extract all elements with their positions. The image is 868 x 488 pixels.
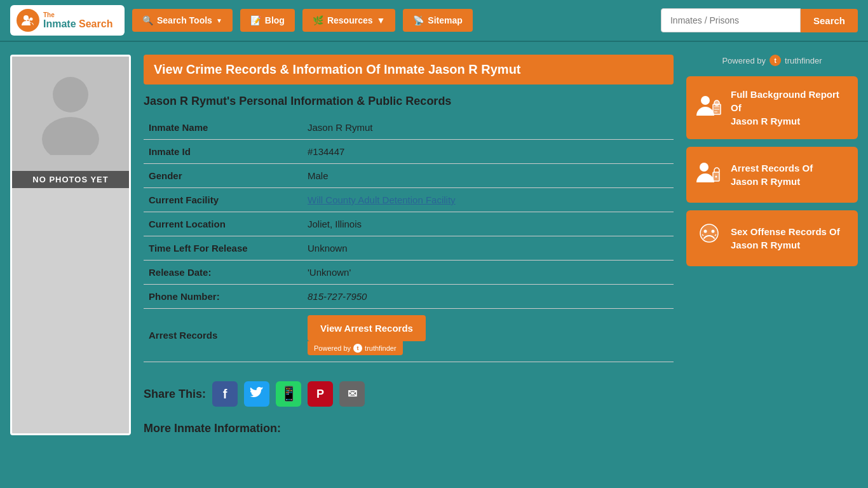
table-row: Current Location Joliet, Illinois [144, 212, 674, 236]
search-bar: Search [661, 8, 858, 32]
search-input[interactable] [661, 8, 801, 32]
tf-name-sidebar: truthfinder [785, 56, 822, 65]
more-info-title: More Inmate Information: [144, 422, 674, 435]
arrest-records-card[interactable]: Arrest Records Of Jason R Rymut [686, 147, 858, 203]
svg-point-8 [714, 100, 719, 105]
svg-point-5 [42, 117, 99, 155]
inmate-photo-box: NO PHOTOS YET [10, 55, 131, 435]
arrest-records-icon [695, 158, 723, 191]
sidebar: Powered by t truthfinder Full Background… [686, 55, 858, 435]
location-value: Joliet, Illinois [302, 212, 674, 236]
facebook-share-button[interactable]: f [212, 381, 238, 407]
id-label: Inmate Id [144, 140, 302, 164]
facility-link[interactable]: Will County Adult Detention Facility [308, 194, 456, 205]
share-section: Share This: f 📱 P ✉ [144, 381, 674, 407]
table-row: Arrest Records View Arrest Records Power… [144, 309, 674, 362]
arrest-cell: View Arrest Records Powered by t truthfi… [302, 309, 674, 362]
full-background-report-card[interactable]: Full Background Report Of Jason R Rymut [686, 76, 858, 139]
logo-inmate-search: Inmate Search [43, 18, 112, 30]
powered-by-tf: Powered by t truthfinder [308, 341, 403, 355]
powered-by-text: Powered by [722, 56, 766, 65]
phone-value: 815-727-7950 [302, 285, 674, 309]
email-share-button[interactable]: ✉ [339, 381, 365, 407]
logo-icon [17, 9, 39, 32]
pinterest-share-button[interactable]: P [308, 381, 333, 407]
table-row: Inmate Name Jason R Rymut [144, 116, 674, 140]
share-label: Share This: [144, 388, 206, 401]
arrest-label: Arrest Records [144, 309, 302, 362]
sex-offense-records-text: Sex Offense Records Of Jason R Rymut [731, 225, 840, 252]
info-panel: View Crime Records & Information Of Inma… [144, 55, 674, 435]
svg-point-16 [704, 230, 707, 233]
facility-label: Current Facility [144, 188, 302, 212]
table-row: Inmate Id #134447 [144, 140, 674, 164]
svg-point-0 [24, 15, 29, 20]
silhouette-icon [39, 72, 102, 155]
svg-point-12 [700, 163, 709, 172]
resources-button[interactable]: 🌿 Resources ▼ [302, 9, 395, 32]
powered-by-label: Powered by [314, 344, 351, 352]
whatsapp-share-button[interactable]: 📱 [276, 381, 301, 407]
background-report-text: Full Background Report Of Jason R Rymut [731, 88, 849, 128]
arrest-records-text: Arrest Records Of Jason R Rymut [731, 161, 813, 188]
main-content: NO PHOTOS YET View Crime Records & Infor… [0, 42, 868, 448]
powered-by-header: Powered by t truthfinder [686, 55, 858, 66]
photo-placeholder [12, 57, 129, 171]
table-row: Current Facility Will County Adult Deten… [144, 188, 674, 212]
arrest-btn-wrap: View Arrest Records Powered by t truthfi… [308, 315, 668, 355]
release-date-label: Release Date: [144, 261, 302, 285]
release-date-value: 'Unknown' [302, 261, 674, 285]
sex-offense-records-card[interactable]: Sex Offense Records Of Jason R Rymut [686, 210, 858, 266]
svg-point-17 [712, 230, 715, 233]
no-photo-label: NO PHOTOS YET [12, 171, 129, 188]
location-label: Current Location [144, 212, 302, 236]
twitter-share-button[interactable] [244, 381, 269, 407]
tf-name: truthfinder [365, 344, 397, 352]
svg-point-14 [715, 176, 717, 178]
name-label: Inmate Name [144, 116, 302, 140]
background-report-icon [695, 92, 723, 125]
release-time-value: Unknown [302, 236, 674, 261]
search-tools-icon: 🔍 [142, 15, 153, 25]
sitemap-button[interactable]: 📡 Sitemap [403, 9, 472, 32]
release-time-label: Time Left For Release [144, 236, 302, 261]
blog-icon: 📝 [250, 15, 261, 25]
sitemap-icon: 📡 [413, 15, 424, 25]
gender-value: Male [302, 164, 674, 188]
resources-icon: 🌿 [313, 15, 323, 25]
table-row: Time Left For Release Unknown [144, 236, 674, 261]
sex-offense-icon [695, 222, 723, 255]
header: The Inmate Search 🔍 Search Tools ▼ 📝 Blo… [0, 0, 868, 42]
logo[interactable]: The Inmate Search [10, 5, 125, 36]
svg-point-6 [701, 96, 710, 105]
table-row: Release Date: 'Unknown' [144, 261, 674, 285]
page-title: View Crime Records & Information Of Inma… [144, 55, 674, 85]
personal-info-heading: Jason R Rymut's Personal Information & P… [144, 95, 674, 108]
svg-point-15 [700, 224, 718, 242]
facility-value[interactable]: Will County Adult Detention Facility [302, 188, 674, 212]
svg-point-1 [30, 18, 33, 21]
search-tools-button[interactable]: 🔍 Search Tools ▼ [132, 9, 233, 32]
chevron-down-icon: ▼ [216, 17, 222, 24]
chevron-down-icon-resources: ▼ [377, 15, 386, 25]
logo-the: The [43, 11, 112, 18]
phone-label: Phone Number: [144, 285, 302, 309]
view-arrest-records-button[interactable]: View Arrest Records [308, 315, 426, 341]
table-row: Phone Number: 815-727-7950 [144, 285, 674, 309]
name-value: Jason R Rymut [302, 116, 674, 140]
blog-button[interactable]: 📝 Blog [240, 9, 295, 32]
search-button[interactable]: Search [801, 9, 858, 32]
inmate-info-table: Inmate Name Jason R Rymut Inmate Id #134… [144, 116, 674, 362]
gender-label: Gender [144, 164, 302, 188]
table-row: Gender Male [144, 164, 674, 188]
logo-text: The Inmate Search [43, 11, 112, 30]
tf-logo-icon: t [770, 55, 781, 66]
tf-badge-icon: t [353, 344, 362, 353]
id-value: #134447 [302, 140, 674, 164]
svg-point-4 [53, 77, 88, 112]
